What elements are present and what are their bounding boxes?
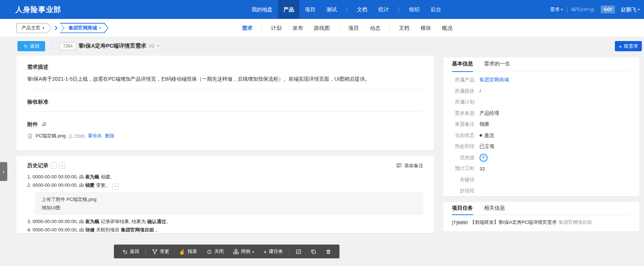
toolbar-label: 建任务	[269, 248, 283, 255]
tab-dynamic[interactable]: 动态	[365, 19, 386, 37]
tab-plan[interactable]: 计划	[266, 19, 287, 37]
navbar-item-my-dashboard[interactable]: 我的地盘	[246, 0, 278, 19]
tab-release[interactable]: 发布	[287, 19, 309, 37]
info-tabs: 基本信息需求的一生	[452, 57, 631, 72]
field-mailto: 抄送给	[452, 185, 631, 197]
task-tabs: 项目任务相关信息	[452, 202, 631, 215]
user-name: 赵鹏飞	[621, 6, 637, 13]
collapse-panel-handle[interactable]: ‹	[0, 162, 7, 181]
field-keywords: 关键词	[452, 174, 631, 186]
chevron-left-icon: ‹	[3, 169, 4, 174]
tab-story-life[interactable]: 需求的一生	[484, 60, 510, 72]
toolbar-label: 指派	[188, 248, 197, 255]
entry-text: 崔为巍	[85, 219, 99, 224]
rename-link[interactable]: 重命名	[88, 133, 102, 139]
navbar-item-org[interactable]: 组织	[404, 0, 425, 19]
comment-icon	[396, 163, 402, 168]
field-value: 激活	[480, 132, 494, 139]
navbar-item-report[interactable]: 统计	[373, 0, 394, 19]
search-type-select[interactable]: 需求▾	[547, 6, 566, 13]
go-button[interactable]: GO!	[601, 5, 615, 13]
field-label: 优先级	[452, 154, 474, 161]
caret-down-icon: ▾	[43, 27, 44, 30]
toolbar-assign-button[interactable]: ☝指派	[174, 245, 202, 258]
product-link[interactable]: 集团官网商城	[480, 77, 509, 83]
toolbar-copy-button[interactable]	[306, 245, 321, 258]
field-label: 所属模块	[452, 88, 474, 94]
toolbar-divider	[146, 249, 146, 254]
field-label: 来源备注	[452, 121, 474, 128]
toolbar-change-button[interactable]: 变更	[147, 245, 174, 258]
subheader: 产品主页▾集团官网商城▾ 需求计划发布路线图项目动态文档模块概况	[0, 19, 644, 37]
breadcrumb-product-home[interactable]: 产品主页▾	[16, 23, 52, 33]
attachment-size: (1.15M)	[68, 133, 85, 139]
copy-icon	[311, 249, 316, 254]
breadcrumb-product-name[interactable]: 集团官网商城▾	[60, 23, 109, 33]
tab-basic-info[interactable]: 基本信息	[452, 60, 473, 72]
navbar-item-qa[interactable]: 测试	[321, 0, 342, 19]
tab-divider	[262, 25, 262, 31]
task-row[interactable]: [T]6890 【前端研发】挚i保A定寿PC端详情页需求 集团官网项目组	[452, 219, 631, 226]
paperclip-icon	[41, 122, 46, 127]
titlebar-divider	[52, 43, 52, 50]
back-button[interactable]: 返回	[17, 41, 45, 51]
expand-entry-button[interactable]: +	[112, 184, 119, 190]
attachment-row: PC端定稿.png (1.15M) 重命名 删除	[27, 133, 423, 139]
description-text: 挚i保A将于2021-1-5日上线，故需在PC端增加产品详情页，扫码移动端投保（…	[27, 75, 423, 83]
breadcrumb: 产品主页▾集团官网商城▾	[16, 23, 108, 33]
toolbar-close-button[interactable]: 关闭	[202, 245, 228, 258]
search-input[interactable]	[569, 5, 600, 13]
tab-divider	[390, 25, 390, 31]
nav-divider	[399, 7, 399, 12]
tab-project[interactable]: 项目	[343, 19, 365, 37]
breadcrumb-label: 集团官网商城▾	[60, 23, 109, 33]
attachment-name[interactable]: PC端定稿.png	[36, 133, 65, 139]
field-plan: 所属计划	[452, 97, 631, 108]
change-detail: 上传了附件 PC端定稿.png增加UI图	[35, 192, 423, 215]
toolbar-create-task-button[interactable]: +建任务	[259, 245, 288, 258]
tab-related-info[interactable]: 相关信息	[484, 205, 505, 215]
navbar-menu: 我的地盘产品项目测试文档统计组织后台	[246, 0, 446, 19]
delete-link[interactable]: 删除	[105, 133, 114, 139]
navbar-item-project[interactable]: 项目	[299, 0, 321, 19]
page-title: 挚i保A定寿PC端详情页需求 #2 ▾	[79, 43, 159, 49]
edit-icon	[296, 249, 301, 254]
toolbar-back-button[interactable]: 返回	[118, 245, 144, 258]
create-story-label: 提需求	[624, 43, 638, 49]
tab-module[interactable]: 模块	[415, 19, 437, 37]
breadcrumb-label: 产品主页▾	[16, 23, 52, 33]
collapse-all-button[interactable]: ↑	[51, 162, 57, 169]
history-heading: 历史记录	[27, 162, 48, 169]
entry-text: 记录评审结果, 结果为	[99, 219, 147, 224]
create-story-button[interactable]: +提需求	[615, 41, 642, 51]
entry-text: 。	[154, 227, 160, 233]
add-note-button[interactable]: 添加备注	[396, 162, 423, 169]
user-menu[interactable]: 赵鹏飞▾	[621, 6, 640, 13]
navbar-item-doc[interactable]: 文档	[351, 0, 373, 19]
product-tabs: 需求计划发布路线图项目动态文档模块概况	[236, 19, 458, 37]
back-arrow-icon	[23, 44, 28, 49]
toolbar-cases-button[interactable]: 用例▴	[228, 245, 259, 258]
tab-project-task[interactable]: 项目任务	[452, 205, 473, 215]
field-label: 所属计划	[452, 99, 474, 105]
toolbar-delete-button[interactable]	[321, 245, 336, 258]
toolbar-divider	[289, 249, 290, 254]
tab-overview[interactable]: 概况	[437, 19, 458, 37]
basic-info-card: 基本信息需求的一生 所属产品集团官网商城所属模块/所属计划需求来源产品经理来源备…	[443, 57, 639, 196]
entry-text: 确认通过	[147, 219, 166, 224]
tab-doc[interactable]: 文档	[394, 19, 415, 37]
tab-divider	[339, 25, 339, 31]
task-project: 集团官网项目组	[559, 219, 592, 226]
field-value: /	[480, 88, 481, 94]
version-dropdown-icon[interactable]: ▾	[157, 44, 159, 48]
entry-index: 3.	[27, 219, 32, 224]
navbar-item-admin[interactable]: 后台	[425, 0, 446, 19]
tab-story[interactable]: 需求	[236, 19, 258, 37]
toolbar-edit-button[interactable]	[291, 245, 306, 258]
navbar-item-product[interactable]: 产品	[278, 0, 299, 19]
divider	[27, 89, 423, 89]
field-value: 中	[480, 154, 488, 162]
entry-text: 集团官网项目组	[121, 227, 154, 233]
expand-all-button[interactable]: +	[59, 162, 65, 169]
tab-roadmap[interactable]: 路线图	[309, 19, 335, 37]
